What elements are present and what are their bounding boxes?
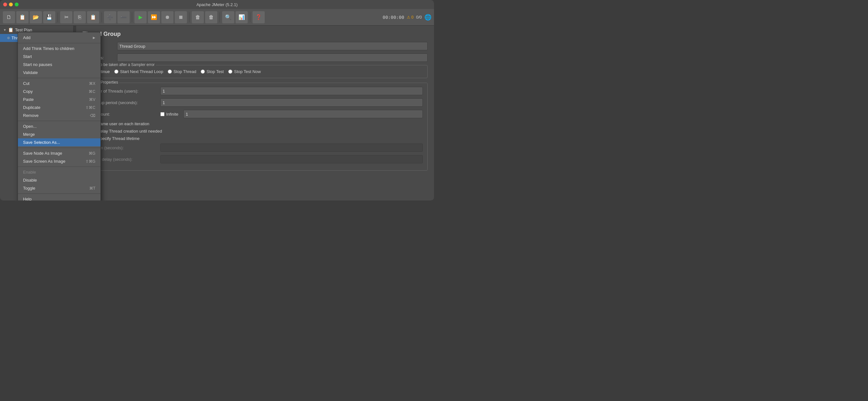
report-button[interactable]: 📊 <box>235 11 248 24</box>
cm-copy[interactable]: Copy ⌘C <box>18 87 100 95</box>
startup-delay-input[interactable] <box>160 155 423 163</box>
separator-4 <box>189 12 189 22</box>
start-nopause-button[interactable]: ⏩ <box>148 11 160 24</box>
cm-sep-2 <box>18 78 100 78</box>
rampup-row: Ramp-up period (seconds): <box>87 98 423 107</box>
start-button[interactable]: ▶ <box>134 11 147 24</box>
shutdown-button[interactable]: ⏹ <box>175 11 187 24</box>
cm-paste-label: Paste <box>23 97 34 102</box>
toolbar-right: 00:00:00 ⚠ 0 0/0 🌐 <box>382 14 431 21</box>
name-input[interactable] <box>117 42 428 50</box>
action-radio-group: Continue Start Next Thread Loop Stop Thr… <box>87 69 423 74</box>
cm-duplicate[interactable]: Duplicate ⇧⌘C <box>18 104 100 111</box>
duration-row: Duration (seconds): <box>87 143 423 152</box>
comments-input[interactable] <box>117 54 428 62</box>
cut-button[interactable]: ✂ <box>60 11 73 24</box>
action-stop-thread-label: Stop Thread <box>174 69 196 74</box>
infinite-checkbox-label[interactable]: Infinite <box>160 112 178 117</box>
name-row: Name: <box>83 42 428 50</box>
startup-delay-row: Startup delay (seconds): <box>87 155 423 163</box>
search-button[interactable]: 🔍 <box>222 11 235 24</box>
testplan-label: Test Plan <box>15 28 32 32</box>
cm-cut-shortcut: ⌘X <box>89 81 95 86</box>
cm-sep-6 <box>18 194 100 194</box>
comments-row: Comments: <box>83 54 428 62</box>
action-stop-test-now-label: Stop Test Now <box>234 69 261 74</box>
cm-copy-label: Copy <box>23 89 33 94</box>
expand-icon: ▼ <box>3 28 6 32</box>
rampup-input[interactable] <box>160 98 423 107</box>
cm-add-think-times-label: Add Think Times to children <box>23 46 74 51</box>
action-section: Action to be taken after a Sampler error… <box>83 65 428 78</box>
num-threads-row: Number of Threads (users): <box>87 87 423 95</box>
infinite-label: Infinite <box>166 112 178 117</box>
minimize-button[interactable] <box>9 3 13 6</box>
cm-start-nopause-label: Start no pauses <box>23 62 52 67</box>
cm-sep-3 <box>18 121 100 121</box>
left-panel: ▼ 📋 Test Plan ⚙ Thread Group Add Add Thi… <box>0 26 73 200</box>
close-button[interactable] <box>3 3 7 6</box>
num-threads-input[interactable] <box>160 87 423 95</box>
action-stop-thread[interactable]: Stop Thread <box>168 69 196 74</box>
maximize-button[interactable] <box>15 3 19 6</box>
cm-start-label: Start <box>23 54 32 59</box>
loop-count-input[interactable] <box>183 110 423 118</box>
cm-help[interactable]: Help <box>18 195 100 200</box>
duration-input[interactable] <box>160 143 423 152</box>
cm-add-think-times[interactable]: Add Think Times to children <box>18 45 100 53</box>
cm-remove[interactable]: Remove ⌫ <box>18 111 100 119</box>
cm-paste[interactable]: Paste ⌘V <box>18 95 100 104</box>
cm-disable[interactable]: Disable <box>18 176 100 184</box>
clear-all-button[interactable]: 🗑 <box>205 11 218 24</box>
cm-start-nopause[interactable]: Start no pauses <box>18 60 100 68</box>
same-user-row: Same user on each iteration <box>87 121 423 126</box>
new-button[interactable]: 🗋 <box>3 11 16 24</box>
cm-save-screen-image[interactable]: Save Screen As Image ⇧⌘G <box>18 157 100 165</box>
expand-button[interactable]: ➕ <box>104 11 117 24</box>
cm-validate[interactable]: Validate <box>18 68 100 77</box>
cm-save-node-image[interactable]: Save Node As Image ⌘G <box>18 149 100 157</box>
cm-remove-shortcut: ⌫ <box>90 113 95 118</box>
separator-1 <box>58 12 58 22</box>
stop-button[interactable]: ⏺ <box>161 11 174 24</box>
cm-toggle[interactable]: Toggle ⌘T <box>18 184 100 192</box>
help-button[interactable]: ❓ <box>252 11 265 24</box>
cm-merge[interactable]: Merge <box>18 131 100 138</box>
action-stop-test[interactable]: Stop Test <box>201 69 224 74</box>
cm-duplicate-shortcut: ⇧⌘C <box>86 105 95 110</box>
infinite-checkbox[interactable] <box>160 112 164 116</box>
copy-button[interactable]: ⎘ <box>73 11 86 24</box>
cm-add[interactable]: Add <box>18 34 100 41</box>
delay-thread-row: Delay Thread creation until needed <box>87 129 423 134</box>
templates-button[interactable]: 📋 <box>16 11 29 24</box>
cm-merge-label: Merge <box>23 132 35 137</box>
panel-title: Thread Group <box>83 31 428 37</box>
action-next-loop[interactable]: Start Next Thread Loop <box>114 69 163 74</box>
clear-button[interactable]: 🗑 <box>191 11 204 24</box>
action-stop-test-now[interactable]: Stop Test Now <box>228 69 261 74</box>
cm-save-node-shortcut: ⌘G <box>89 151 95 156</box>
specify-lifetime-row: Specify Thread lifetime <box>87 136 423 141</box>
cm-cut[interactable]: Cut ⌘X <box>18 80 100 87</box>
cm-sep-5 <box>18 167 100 167</box>
action-stop-test-label: Stop Test <box>207 69 224 74</box>
warning-indicator: ⚠ 0 <box>407 15 413 20</box>
action-next-loop-label: Start Next Thread Loop <box>120 69 163 74</box>
cm-open[interactable]: Open... <box>18 122 100 131</box>
save-button[interactable]: 💾 <box>43 11 56 24</box>
remote-icon: 🌐 <box>425 14 431 21</box>
cm-help-label: Help <box>23 197 32 200</box>
cm-copy-shortcut: ⌘C <box>89 89 95 94</box>
paste-button[interactable]: 📋 <box>87 11 99 24</box>
cm-save-node-image-label: Save Node As Image <box>23 151 62 156</box>
delay-thread-label: Delay Thread creation until needed <box>97 129 162 134</box>
cm-start[interactable]: Start <box>18 53 100 60</box>
main-area: ▼ 📋 Test Plan ⚙ Thread Group Add Add Thi… <box>0 26 434 200</box>
cm-save-selection-as[interactable]: Save Selection As... <box>18 138 100 146</box>
cm-remove-label: Remove <box>23 113 38 118</box>
separator-2 <box>101 12 102 22</box>
cm-sep-4 <box>18 148 100 148</box>
open-button[interactable]: 📂 <box>29 11 42 24</box>
window-controls <box>3 3 19 6</box>
collapse-button[interactable]: ➖ <box>117 11 130 24</box>
